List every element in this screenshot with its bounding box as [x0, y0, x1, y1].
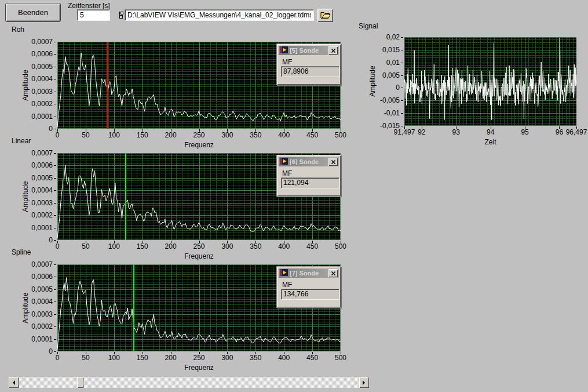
scrollbar-thumb[interactable]: [77, 377, 83, 388]
tick-mark: [422, 126, 422, 129]
tick-mark: [312, 352, 313, 354]
tick-mark: [341, 241, 341, 243]
zeitfenster-label: Zeitfenster [s]: [68, 2, 110, 10]
graph-title: Roh: [12, 26, 24, 34]
scroll-left-button[interactable]: [9, 377, 19, 388]
file-path-input[interactable]: [125, 9, 314, 21]
tick-label: 50: [82, 354, 89, 361]
scroll-right-button[interactable]: [359, 377, 369, 388]
tick-label: 0,0002: [21, 100, 53, 107]
probe-value-field[interactable]: 121,094: [281, 177, 339, 188]
y-axis-label: Amplitude: [21, 292, 30, 323]
tick-label: 94: [487, 129, 494, 136]
tick-mark: [54, 351, 56, 352]
x-axis-label: Zeit: [404, 138, 576, 146]
tick-mark: [171, 352, 171, 354]
tick-mark: [401, 126, 403, 126]
probe-window-6[interactable]: [6] Sonde MF 121,094: [276, 155, 341, 197]
tick-label: 0,0004: [21, 187, 53, 194]
tick-label: 92: [418, 129, 425, 136]
tick-mark: [54, 215, 56, 216]
tick-mark: [54, 326, 56, 327]
tick-label: 0: [21, 237, 53, 244]
probe-titlebar[interactable]: [7] Sonde: [279, 268, 339, 278]
probe-titlebar[interactable]: [6] Sonde: [279, 157, 339, 166]
tick-mark: [54, 240, 56, 241]
signal-plot-area[interactable]: [404, 37, 576, 126]
y-axis-label: Amplitude: [21, 181, 30, 212]
tick-mark: [199, 241, 200, 243]
tick-label: 350: [250, 354, 261, 361]
probe-field-label: MF: [282, 58, 292, 66]
tick-mark: [401, 75, 403, 76]
tick-mark: [54, 264, 56, 265]
tick-label: 500: [335, 354, 346, 361]
tick-label: 100: [108, 354, 120, 361]
tick-label: 0,0007: [21, 150, 53, 157]
tick-mark: [54, 54, 56, 55]
tick-mark: [401, 113, 403, 114]
tick-mark: [86, 129, 86, 132]
folder-open-icon: [320, 11, 331, 20]
close-icon: [331, 269, 335, 277]
tick-mark: [54, 289, 56, 290]
tick-label: 450: [306, 354, 318, 361]
probe-window-7[interactable]: [7] Sonde MF 134,766: [276, 266, 341, 308]
close-button[interactable]: [328, 158, 338, 166]
tick-mark: [114, 129, 115, 132]
probe-titlebar[interactable]: [5] Sonde: [279, 46, 339, 55]
tick-mark: [54, 67, 56, 67]
y-axis-label: Amplitude: [21, 70, 30, 100]
zeitfenster-input[interactable]: [77, 9, 110, 21]
tick-mark: [255, 241, 256, 243]
tick-label: 0,0005: [21, 63, 53, 70]
tick-label: 96,497: [566, 129, 587, 136]
tick-mark: [54, 190, 56, 191]
tick-mark: [54, 42, 56, 42]
probe-value-field[interactable]: 87,8906: [281, 66, 339, 77]
tick-label: 0: [21, 125, 53, 132]
tick-mark: [255, 352, 256, 354]
probe-icon: [280, 46, 288, 55]
tick-label: 95: [521, 129, 528, 136]
tick-mark: [57, 129, 58, 132]
tick-mark: [114, 241, 115, 243]
close-button[interactable]: [328, 269, 338, 277]
graph-title: Linear: [12, 137, 31, 145]
browse-button[interactable]: [317, 9, 333, 22]
close-icon: [331, 158, 335, 166]
probe-value-field[interactable]: 134,766: [281, 289, 339, 300]
tick-mark: [525, 126, 525, 129]
labview-front-panel: Beenden Zeitfenster [s] Roh Amplitude Fr…: [0, 0, 588, 392]
tick-mark: [54, 178, 56, 179]
close-icon: [331, 46, 335, 55]
graph-title: Spline: [12, 248, 31, 256]
tick-mark: [401, 37, 403, 38]
tick-mark: [199, 129, 200, 132]
quit-button[interactable]: Beenden: [5, 3, 61, 22]
tick-label: 0,0006: [21, 162, 53, 169]
tick-mark: [114, 352, 115, 354]
tick-mark: [54, 104, 56, 104]
tick-label: 0,0001: [21, 113, 53, 120]
tick-label: 0,0001: [21, 336, 53, 343]
tick-mark: [54, 314, 56, 315]
probe-value: 87,8906: [283, 67, 308, 75]
probe-window-5[interactable]: [5] Sonde MF 87,8906: [276, 43, 341, 85]
graph-signal: Signal Amplitude Zeit 91,497929394959696…: [356, 22, 588, 147]
tick-mark: [227, 241, 228, 243]
tick-label: -0,005: [368, 97, 400, 104]
tick-label: 400: [278, 354, 290, 361]
tick-mark: [143, 352, 143, 354]
tick-label: 0,0003: [21, 311, 53, 318]
tick-label: 150: [137, 354, 148, 361]
close-button[interactable]: [328, 46, 338, 55]
horizontal-scrollbar[interactable]: [9, 377, 369, 388]
tick-mark: [401, 88, 403, 88]
tick-label: 0,0004: [21, 298, 53, 305]
tick-label: 0: [368, 84, 400, 91]
arrow-left-icon: [10, 380, 15, 385]
tick-label: 0,0001: [21, 224, 53, 231]
scrollbar-track[interactable]: [19, 377, 359, 388]
tick-label: 0,0003: [21, 88, 53, 95]
